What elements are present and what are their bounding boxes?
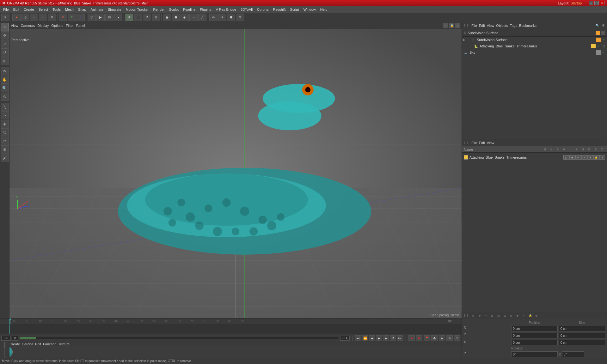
obj-menu-objects[interactable]: Objects [496,24,508,27]
obj-icon-search[interactable]: 🔍 [595,23,600,28]
mat-icon-lines[interactable]: ≡ [581,155,587,160]
mat-icon-v[interactable]: ◆ [569,155,575,160]
pb-btn-project[interactable]: ≡ [454,335,460,341]
pb-btn-next[interactable]: ▶ [383,335,389,341]
obj-row-snake[interactable]: 🐍 Attacking_Blue_Snake_Trimeresurus ✓ ◻ [462,43,607,49]
toolbar-x-btn[interactable]: X [59,14,67,21]
menu-create[interactable]: Create [22,7,36,12]
menu-window[interactable]: Window [302,7,318,12]
toolbar-extra-btn[interactable]: ⊗ [236,14,244,21]
viewport-menu-panel[interactable]: Panel [76,24,85,27]
menu-select[interactable]: Select [37,7,50,12]
viewport-menu-view[interactable]: View [11,24,18,27]
menu-mesh[interactable]: Mesh [63,7,76,12]
tool-zoom[interactable]: 🔍 [1,84,9,92]
toolbar-paint-btn[interactable]: ⊕ [48,14,56,21]
mat-texture-menu-function[interactable]: Function [43,342,56,346]
toolbar-color-btn[interactable]: ◈ [181,14,189,21]
menu-script[interactable]: Script [288,7,301,12]
menu-edit[interactable]: Edit [11,7,21,12]
toolbar-y-btn[interactable]: Y [68,14,76,21]
toolbar-texture-btn[interactable]: ⬟ [172,14,180,21]
tool-orbit[interactable]: ⊙ [1,93,9,101]
mat-icon-s[interactable]: ▷ [563,155,569,160]
coords-y-size[interactable] [559,333,605,338]
coords-z-size[interactable] [559,340,605,345]
obj-row-subdivision[interactable]: ▶ ⊞ Subdivision Surface ✓ [462,37,607,43]
obj-vis-btn3[interactable]: ✓ [601,50,606,55]
viewport-menu-options[interactable]: Options [51,24,63,27]
viewport-icon-lock[interactable]: 🔒 [449,23,454,28]
tool-move[interactable]: ✥ [1,31,9,39]
toolbar-point-btn[interactable]: + [39,14,47,21]
mat-icon-dot[interactable]: ● [587,155,593,160]
toolbar-polygon-btn[interactable]: ◇ [21,14,29,21]
coords-h-rot[interactable] [562,351,584,357]
tool-select[interactable]: ↖ [1,23,9,31]
pb-btn-start[interactable]: ⏮ [355,335,361,341]
mat-texture-menu-edit[interactable]: Edit [35,342,41,346]
tool-view[interactable]: 👁 [1,67,9,75]
coords-x-size[interactable] [559,326,605,331]
pb-btn-end[interactable]: ⏭ [397,335,403,341]
toolbar-z-btn[interactable]: Z [77,14,85,21]
pb-btn-loop[interactable]: ↺ [390,335,396,341]
tool-curve[interactable]: 〜 [1,111,9,119]
mat-texture-menu-corona[interactable]: Corona [22,342,33,346]
menu-sculpt[interactable]: Sculpt [167,7,181,12]
menu-motion-tracker[interactable]: Motion Tracker [124,7,151,12]
menu-snap[interactable]: Snap [76,7,88,12]
menu-help[interactable]: Help [318,7,329,12]
mat-texture-menu-create[interactable]: Create [9,342,20,346]
coords-z-pos[interactable] [511,340,557,345]
viewport-menu-display[interactable]: Display [37,24,49,27]
viewport-canvas[interactable]: Perspective [9,29,462,318]
tool-poly[interactable]: ⬡ [1,128,9,136]
pb-start-frame[interactable] [1,336,11,341]
obj-menu-file[interactable]: File [471,24,477,27]
timeline-bar[interactable] [0,325,462,334]
tool-draw[interactable]: ╲ [1,103,9,111]
maximize-button[interactable]: □ [594,1,599,5]
obj-menu-tags[interactable]: Tags [510,24,517,27]
mat-row-snake[interactable]: Attacking_Blue_Snake_Trimeresurus ▷ ◆ ─ … [463,154,606,161]
menu-plugins[interactable]: Plugins [198,7,213,12]
pb-btn-record-stop[interactable]: ⏹ [416,335,422,341]
toolbar-move-btn[interactable]: ✥ [125,14,133,21]
toolbar-palette-btn[interactable]: ⬢ [227,14,235,21]
obj-menu-bookmarks[interactable]: Bookmarks [519,24,536,27]
viewport-menu-filter[interactable]: Filter [66,24,73,27]
viewport[interactable]: View Cameras Display Options Filter Pane… [9,22,462,318]
obj-vis-btn2[interactable]: ✓ [596,44,601,48]
obj-lock-btn[interactable]: ◻ [601,44,606,48]
pb-btn-play[interactable]: ▶ [376,335,382,341]
menu-corona[interactable]: Corona [255,7,270,12]
pb-btn-prev-key[interactable]: ⏪ [362,335,368,341]
viewport-icon-fit[interactable]: ↔ [443,23,448,28]
tool-shape[interactable]: ◈ [1,120,9,128]
pb-btn-constraint[interactable]: ⊙ [446,335,453,341]
toolbar-render3-btn[interactable]: ☁ [114,14,122,21]
toolbar-render2-btn[interactable]: ⊡ [105,14,113,21]
obj-vis-btn[interactable]: ✓ [601,38,606,42]
mat-icon-lock[interactable]: 🔒 [593,155,599,160]
subdivision-surface-row[interactable]: ⊞ Subdivision Surface [464,31,498,35]
pb-btn-record-auto[interactable]: ⏺ [408,335,415,341]
mat-icon-x[interactable]: ✕ [599,155,605,160]
timeline-ruler[interactable]: 0 5 10 15 20 25 30 35 40 45 50 55 60 65 … [0,318,462,325]
obj-menu-view[interactable]: View [487,24,494,27]
mat-menu-file[interactable]: File [471,141,477,145]
menu-pipeline[interactable]: Pipeline [181,7,197,12]
toolbar-edge-btn[interactable]: ○ [30,14,38,21]
toolbar-rotate-btn[interactable]: ↺ [143,14,151,21]
obj-icon-settings[interactable]: ⚙ [601,23,606,28]
tool-rotate[interactable]: ↺ [1,48,9,57]
toolbar-transform-btn[interactable]: ⊞ [152,14,160,21]
mat-icon-dash[interactable]: ─ [575,155,581,160]
menu-file[interactable]: File [1,7,11,12]
tool-brush[interactable]: ⊕ [1,145,9,154]
toolbar-render-btn[interactable]: ▶ [96,14,105,21]
menu-3dtall[interactable]: 3DToAll [239,7,254,12]
tool-pan[interactable]: ✋ [1,76,9,84]
coords-y-pos[interactable] [511,333,557,338]
